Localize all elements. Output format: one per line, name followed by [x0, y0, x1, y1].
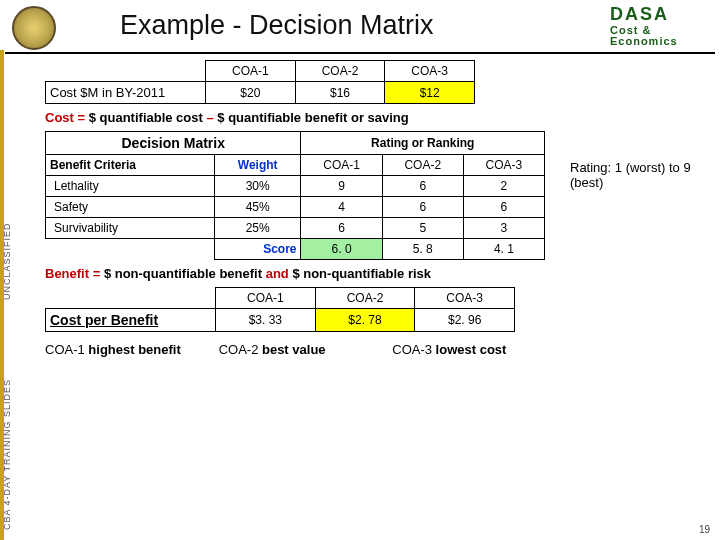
dm-w-2: 25%	[214, 218, 301, 239]
value-summary: COA-1 highest benefit COA-2 best value C…	[45, 342, 685, 357]
benefit-formula-mid: and	[266, 266, 293, 281]
dm-v-2-1: 5	[382, 218, 463, 239]
title-underline	[5, 52, 715, 54]
benefit-formula-p1: $ non-quantifiable benefit	[104, 266, 266, 281]
vl-b-pre: COA-2	[219, 342, 262, 357]
dm-crit-0: Lethality	[46, 176, 215, 197]
vl-a-em: highest benefit	[88, 342, 180, 357]
cost-v3: $12	[385, 82, 475, 104]
sidebar-label-unclassified: UNCLASSIFIED	[2, 222, 12, 300]
rating-note: Rating: 1 (worst) to 9 (best)	[570, 160, 700, 190]
content-area: COA-1 COA-2 COA-3 Cost $M in BY-2011 $20…	[45, 60, 685, 357]
dm-score-1: 5. 8	[382, 239, 463, 260]
cost-col-1: COA-1	[206, 61, 296, 82]
vl-b-em: best value	[262, 342, 326, 357]
dm-title: Decision Matrix	[46, 132, 301, 155]
dm-v-1-0: 4	[301, 197, 382, 218]
dm-score-label: Score	[214, 239, 301, 260]
table-row: Safety 45% 4 6 6	[46, 197, 545, 218]
dm-w-1: 45%	[214, 197, 301, 218]
benefit-formula: Benefit = $ non-quantifiable benefit and…	[45, 266, 685, 281]
cpb-v1: $2. 78	[315, 309, 415, 332]
dm-v-1-2: 6	[463, 197, 544, 218]
dm-v-2-0: 6	[301, 218, 382, 239]
table-row: Lethality 30% 9 6 2	[46, 176, 545, 197]
dasa-line2: Cost & Economics	[610, 25, 700, 47]
dm-col-2: COA-2	[382, 155, 463, 176]
dm-v-1-1: 6	[382, 197, 463, 218]
vl-c-pre: COA-3	[392, 342, 435, 357]
sidebar-label-course: CBA 4-DAY TRAINING SLIDES	[2, 379, 12, 530]
dm-v-2-2: 3	[463, 218, 544, 239]
slide-title: Example - Decision Matrix	[120, 10, 434, 41]
cpb-col-2: COA-3	[415, 288, 515, 309]
cost-table: COA-1 COA-2 COA-3 Cost $M in BY-2011 $20…	[45, 60, 475, 104]
cost-formula: Cost = $ quantifiable cost – $ quantifia…	[45, 110, 685, 125]
dasa-line1: DASA	[610, 4, 700, 25]
cpb-col-1: COA-2	[315, 288, 415, 309]
cost-per-benefit-table: COA-1 COA-2 COA-3 Cost per Benefit $3. 3…	[45, 287, 515, 332]
vl-a-pre: COA-1	[45, 342, 88, 357]
cost-formula-p1: $ quantifiable cost	[89, 110, 207, 125]
cost-formula-lead: Cost =	[45, 110, 89, 125]
cost-formula-mid: –	[206, 110, 217, 125]
cost-formula-p2: $ quantifiable benefit or saving	[217, 110, 408, 125]
page-number: 19	[699, 524, 710, 535]
dm-v-0-1: 6	[382, 176, 463, 197]
dm-crit-2: Survivability	[46, 218, 215, 239]
dm-score-2: 4. 1	[463, 239, 544, 260]
decision-matrix-table: Decision Matrix Rating or Ranking Benefi…	[45, 131, 545, 260]
dm-weight-header: Weight	[214, 155, 301, 176]
cpb-col-0: COA-1	[216, 288, 316, 309]
dm-bencrit-header: Benefit Criteria	[46, 155, 215, 176]
cpb-label: Cost per Benefit	[46, 309, 216, 332]
cost-v1: $20	[206, 82, 296, 104]
army-seal	[12, 6, 56, 50]
dasa-logo: DASA Cost & Economics	[610, 4, 700, 47]
dm-score-0: 6. 0	[301, 239, 382, 260]
cost-v2: $16	[295, 82, 385, 104]
dm-crit-1: Safety	[46, 197, 215, 218]
dm-v-0-0: 9	[301, 176, 382, 197]
dm-col-1: COA-1	[301, 155, 382, 176]
cpb-v0: $3. 33	[216, 309, 316, 332]
cost-row-label: Cost $M in BY-2011	[46, 82, 206, 104]
benefit-formula-p2: $ non-quantifiable risk	[292, 266, 431, 281]
dm-w-0: 30%	[214, 176, 301, 197]
vl-c-em: lowest cost	[436, 342, 507, 357]
cost-col-3: COA-3	[385, 61, 475, 82]
dm-v-0-2: 2	[463, 176, 544, 197]
dm-col-3: COA-3	[463, 155, 544, 176]
cpb-v2: $2. 96	[415, 309, 515, 332]
table-row: Survivability 25% 6 5 3	[46, 218, 545, 239]
benefit-formula-lead: Benefit =	[45, 266, 104, 281]
dm-rating-header: Rating or Ranking	[301, 132, 545, 155]
cost-col-2: COA-2	[295, 61, 385, 82]
